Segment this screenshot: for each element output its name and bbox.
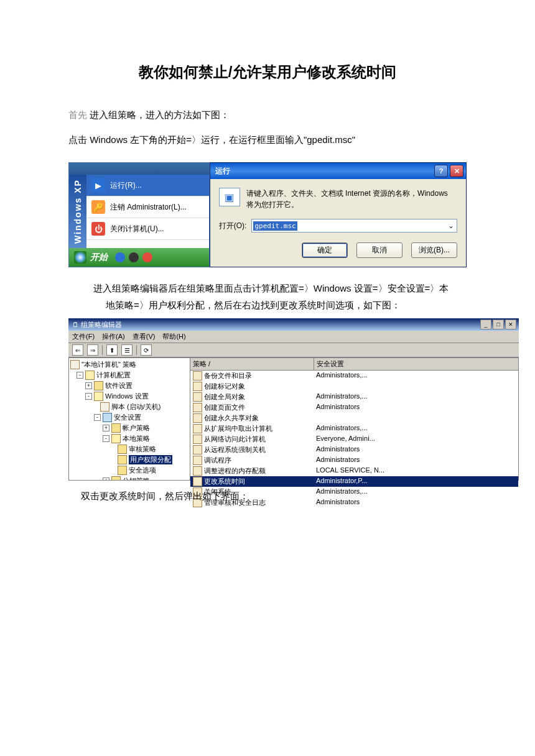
policy-name: 从扩展坞中取出计算机 (204, 424, 272, 433)
properties-icon[interactable]: ☰ (121, 344, 133, 356)
start-button-bar[interactable]: 开始 (69, 248, 209, 267)
list-item[interactable]: 创建永久共享对象 (190, 413, 518, 423)
policy-name: 创建页面文件 (204, 403, 245, 412)
policy-value: Administrators,... (314, 423, 518, 434)
tray-icon-3[interactable] (142, 252, 152, 262)
col-security[interactable]: 安全设置 (314, 358, 518, 370)
shutdown-label: 关闭计算机(U)... (110, 224, 164, 234)
gpedit-tree[interactable]: "本地计算机" 策略 -计算机配置 +软件设置 -Windows 设置 脚本 (… (69, 358, 190, 480)
gpedit-toolbar: ⇐ ⇒ ⬆ ☰ ⟳ (68, 343, 519, 357)
list-item[interactable]: 从远程系统强制关机Administrators (190, 445, 518, 455)
list-item[interactable]: 备份文件和目录Administrators,... (190, 371, 518, 381)
open-label: 打开(O): (219, 221, 247, 231)
start-run-composite: Windows XP ▶ 运行(R)... 🔑 注销 Administrator… (68, 162, 467, 267)
list-item[interactable]: 调整进程的内存配额LOCAL SERVICE, N... (190, 466, 518, 476)
run-dialog: 运行 ? ✕ ▣ 请键入程序、文件夹、文档或 Internet 资源的名称，Wi… (210, 162, 467, 267)
tree-user-rights[interactable]: 用户权限分配 (129, 455, 172, 464)
qq-icon[interactable] (129, 252, 139, 262)
expand-icon[interactable]: + (85, 382, 92, 389)
paragraph-1: 首先 进入组策略，进入的方法如下图： (68, 107, 467, 123)
menu-action[interactable]: 操作(A) (102, 332, 125, 341)
tree-account-policy[interactable]: 帐户策略 (123, 423, 150, 433)
policy-name: 从网络访问此计算机 (204, 435, 266, 444)
folder-icon (111, 476, 121, 480)
gpedit-window: 🗒 组策略编辑器 _ □ ✕ 文件(F) 操作(A) 查看(V) 帮助(H) ⇐… (68, 318, 519, 481)
run-label: 运行(R)... (110, 180, 142, 191)
tree-computer-config[interactable]: 计算机配置 (96, 371, 131, 380)
shutdown-icon: ⏻ (91, 222, 105, 236)
list-item[interactable]: 更改系统时间Administrator,P... (190, 476, 518, 487)
ie-icon[interactable] (115, 252, 125, 262)
run-dialog-icon: ▣ (219, 188, 240, 206)
minimize-button[interactable]: _ (480, 320, 491, 330)
expand-icon[interactable]: + (103, 477, 109, 480)
policy-value: Administrators (314, 497, 518, 508)
paragraph-2: 点击 Windows 左下角的开始=〉运行，在运行框里面输入"gpedit.ms… (68, 132, 467, 148)
security-icon (103, 413, 112, 422)
col-policy[interactable]: 策略 / (190, 358, 314, 370)
gpedit-list[interactable]: 策略 / 安全设置 备份文件和目录Administrators,...创建标记对… (190, 358, 518, 480)
taskbar-tray (111, 252, 156, 262)
folder-icon (94, 392, 103, 401)
folder-icon (85, 371, 95, 380)
policy-item-icon (193, 466, 202, 476)
policy-item-icon (193, 424, 202, 433)
tree-security[interactable]: 安全设置 (114, 413, 141, 422)
list-item[interactable]: 创建页面文件Administrators (190, 402, 518, 413)
tree-local-policy[interactable]: 本地策略 (123, 434, 150, 443)
folder-icon (118, 455, 127, 464)
tree-software[interactable]: 软件设置 (105, 381, 133, 390)
menu-help[interactable]: 帮助(H) (162, 332, 185, 341)
cancel-button[interactable]: 取消 (356, 242, 402, 258)
menu-file[interactable]: 文件(F) (72, 332, 95, 341)
start-menu-shutdown[interactable]: ⏻ 关闭计算机(U)... (86, 218, 209, 240)
folder-icon (94, 381, 103, 390)
run-input[interactable]: gpedit.msc ⌄ (251, 219, 457, 233)
tree-windows-settings[interactable]: Windows 设置 (105, 392, 149, 401)
policy-value: Everyone, Admini... (314, 434, 518, 445)
ok-button[interactable]: 确定 (302, 242, 348, 258)
start-menu-run[interactable]: ▶ 运行(R)... (86, 175, 209, 196)
paragraph-3: 进入组策略编辑器后在组策略里面点击计算机配置=〉Windows 设置=〉安全设置… (93, 280, 467, 313)
close-button[interactable]: ✕ (450, 165, 463, 177)
dropdown-icon[interactable]: ⌄ (445, 221, 457, 230)
policy-item-icon (193, 445, 202, 454)
para1-prefix: 首先 (68, 109, 87, 120)
policy-value: Administrators (314, 445, 518, 455)
tree-pubkey[interactable]: 公钥策略 (123, 476, 150, 480)
up-icon[interactable]: ⬆ (106, 344, 118, 356)
help-button[interactable]: ? (434, 165, 448, 177)
gpedit-title: 组策略编辑器 (81, 321, 122, 328)
refresh-icon[interactable]: ⟳ (141, 344, 152, 356)
list-item[interactable]: 创建标记对象 (190, 381, 518, 392)
tree-security-options[interactable]: 安全选项 (129, 466, 156, 475)
list-header[interactable]: 策略 / 安全设置 (190, 358, 518, 371)
policy-item-icon (193, 456, 202, 465)
policy-icon (70, 360, 80, 369)
tree-root[interactable]: "本地计算机" 策略 (81, 360, 136, 369)
maximize-button[interactable]: □ (493, 320, 504, 330)
start-menu: Windows XP ▶ 运行(R)... 🔑 注销 Administrator… (68, 162, 210, 267)
run-dialog-title: 运行 (215, 166, 230, 177)
expand-icon[interactable]: - (103, 435, 109, 442)
expand-icon[interactable]: - (94, 414, 101, 421)
list-item[interactable]: 调试程序Administrators (190, 455, 518, 466)
para1-text: 进入组策略，进入的方法如下图： (87, 109, 230, 120)
expand-icon[interactable]: - (85, 393, 92, 400)
list-item[interactable]: 创建全局对象Administrators,... (190, 392, 518, 402)
expand-icon[interactable]: + (103, 425, 109, 431)
menu-view[interactable]: 查看(V) (133, 332, 156, 341)
policy-value (314, 381, 518, 392)
back-icon[interactable]: ⇐ (72, 344, 83, 356)
forward-icon[interactable]: ⇒ (87, 344, 98, 356)
tree-scripts[interactable]: 脚本 (启动/关机) (111, 402, 160, 412)
gpedit-menubar[interactable]: 文件(F) 操作(A) 查看(V) 帮助(H) (68, 331, 519, 343)
browse-button[interactable]: 浏览(B)... (411, 242, 457, 258)
policy-name: 创建标记对象 (204, 382, 245, 391)
list-item[interactable]: 从网络访问此计算机Everyone, Admini... (190, 434, 518, 445)
tree-audit[interactable]: 审核策略 (129, 445, 156, 454)
list-item[interactable]: 从扩展坞中取出计算机Administrators,... (190, 423, 518, 434)
close-button[interactable]: ✕ (505, 320, 516, 330)
start-menu-logoff[interactable]: 🔑 注销 Administrator(L)... (86, 196, 209, 218)
expand-icon[interactable]: - (77, 372, 83, 379)
